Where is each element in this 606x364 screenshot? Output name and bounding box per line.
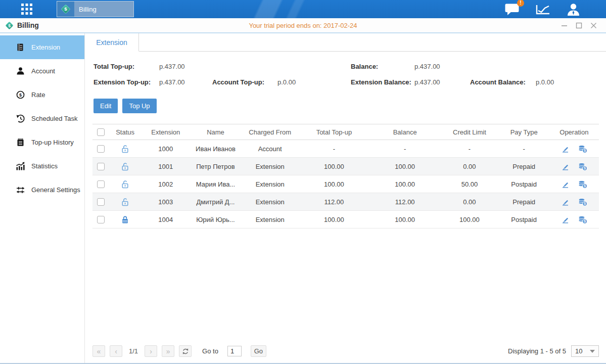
sidebar-item-label: Statistics <box>31 162 58 170</box>
top-app-bar: $ Billing ! <box>0 0 606 18</box>
first-page-button[interactable]: « <box>92 345 105 357</box>
extension-cell: 1004 <box>142 216 190 223</box>
topup-row-icon[interactable]: $ <box>578 180 587 189</box>
name-cell: Юрий Юрь... <box>190 216 241 223</box>
general-settings-icon <box>16 186 25 194</box>
col-extension: Extension <box>142 128 190 136</box>
row-checkbox[interactable] <box>97 180 105 188</box>
credit-limit-cell: 100.00 <box>440 216 498 223</box>
row-checkbox[interactable] <box>97 145 105 153</box>
statistics-icon <box>16 162 25 170</box>
trial-message: Your trial period ends on: 2017-02-24 <box>249 22 357 29</box>
sidebar: Extension Account $ Rate <box>0 33 85 363</box>
balance-label: Balance: <box>351 63 414 70</box>
col-credit-limit: Credit Limit <box>440 128 498 136</box>
svg-text:$: $ <box>584 219 586 223</box>
extension-topup-value: p.437.00 <box>159 78 212 86</box>
sidebar-item-rate[interactable]: $ Rate <box>0 83 84 107</box>
billing-window: $ Billing ! <box>0 0 606 364</box>
status-cell <box>109 144 142 153</box>
edit-row-icon[interactable] <box>561 180 570 189</box>
extension-topup-label: Extension Top-up: <box>94 78 159 86</box>
sidebar-item-label: Account <box>31 67 55 75</box>
account-topup-label: Account Top-up: <box>212 78 277 86</box>
charged-from-cell: Extension <box>242 216 299 223</box>
sidebar-item-label: Scheduled Task <box>31 115 78 122</box>
tab-extension[interactable]: Extension <box>85 33 139 52</box>
row-checkbox[interactable] <box>97 163 105 170</box>
page-size-select[interactable]: 10 <box>571 345 599 357</box>
row-checkbox[interactable] <box>97 198 105 206</box>
pay-type-cell: Prepaid <box>499 163 549 170</box>
table-row: 1001 Петр Петров Extension 100.00 100.00… <box>92 158 599 175</box>
maximize-icon[interactable] <box>576 22 582 29</box>
close-icon[interactable] <box>590 22 597 29</box>
charged-from-cell: Account <box>242 145 299 153</box>
sidebar-item-topup-history[interactable]: Top-up History <box>0 130 84 154</box>
table-row: 1003 Дмитрий Д... Extension 112.00 112.0… <box>92 193 599 211</box>
total-topup-cell: 100.00 <box>299 180 369 188</box>
go-button[interactable]: Go <box>251 345 266 357</box>
user-account-icon[interactable] <box>566 3 581 16</box>
sidebar-item-account[interactable]: Account <box>0 59 84 83</box>
topup-history-icon <box>16 138 25 147</box>
status-cell <box>109 179 142 188</box>
topup-row-icon[interactable]: $ <box>578 215 587 224</box>
window-titlebar: $ Billing Your trial period ends on: 201… <box>0 18 606 33</box>
last-page-button[interactable]: » <box>162 345 174 357</box>
goto-page-input[interactable] <box>227 346 242 356</box>
extension-balance-value: p.437.00 <box>414 78 470 86</box>
edit-button[interactable]: Edit <box>94 99 118 113</box>
minimize-icon[interactable] <box>561 22 568 29</box>
topup-row-icon[interactable]: $ <box>578 198 587 206</box>
balance-cell: 100.00 <box>369 163 440 170</box>
col-name: Name <box>190 128 241 136</box>
sidebar-item-extension[interactable]: Extension <box>0 35 84 59</box>
sidebar-item-statistics[interactable]: Statistics <box>0 154 84 178</box>
topup-row-icon[interactable]: $ <box>578 162 587 171</box>
name-cell: Дмитрий Д... <box>190 198 241 206</box>
col-balance: Balance <box>369 128 440 136</box>
topup-row-icon[interactable]: $ <box>578 145 587 153</box>
pay-type-cell: Prepaid <box>499 198 549 206</box>
account-icon <box>16 67 25 75</box>
scheduled-task-icon <box>16 114 25 123</box>
edit-row-icon[interactable] <box>561 145 570 153</box>
name-cell: Петр Петров <box>190 163 241 170</box>
messages-icon[interactable]: ! <box>504 3 520 16</box>
extension-icon <box>16 43 25 52</box>
account-balance-label: Account Balance: <box>470 78 536 86</box>
sidebar-item-scheduled-task[interactable]: Scheduled Task <box>0 107 84 130</box>
balance-cell: 100.00 <box>369 180 440 188</box>
main-content: Extension Total Top-up: p.437.00 Extensi… <box>85 33 606 363</box>
row-checkbox[interactable] <box>97 216 105 223</box>
refresh-button[interactable] <box>179 345 192 357</box>
col-status: Status <box>109 128 142 136</box>
app-grid-icon[interactable] <box>18 2 35 17</box>
credit-limit-cell: 0.00 <box>440 198 498 206</box>
edit-row-icon[interactable] <box>561 162 570 171</box>
billing-diamond-icon: $ <box>57 2 74 17</box>
topup-button[interactable]: Top Up <box>122 99 156 113</box>
edit-row-icon[interactable] <box>561 215 570 224</box>
edit-row-icon[interactable] <box>561 198 570 206</box>
next-page-button[interactable]: › <box>145 345 157 357</box>
sidebar-item-label: Extension <box>31 43 60 51</box>
billing-app-tab[interactable]: $ Billing <box>57 1 134 17</box>
prev-page-button[interactable]: ‹ <box>110 345 122 357</box>
charged-from-cell: Extension <box>242 163 299 170</box>
sidebar-item-general-settings[interactable]: General Settings <box>0 178 84 202</box>
status-cell <box>109 162 142 170</box>
lock-closed-icon <box>121 215 129 224</box>
sidebar-item-label: Top-up History <box>31 139 74 146</box>
credit-limit-cell: 0.00 <box>440 163 498 170</box>
billing-diamond-icon-small: $ <box>5 21 14 30</box>
svg-text:$: $ <box>584 184 586 188</box>
billing-summary: Total Top-up: p.437.00 Extension Top-up:… <box>85 52 606 90</box>
extensions-table: Status Extension Name Charged From Total… <box>92 124 599 229</box>
pay-type-cell: Postpaid <box>499 216 549 223</box>
col-total-topup: Total Top-up <box>299 128 369 136</box>
select-all-checkbox[interactable] <box>97 128 105 136</box>
pay-type-cell: - <box>499 145 549 153</box>
reports-chart-icon[interactable] <box>535 3 551 16</box>
